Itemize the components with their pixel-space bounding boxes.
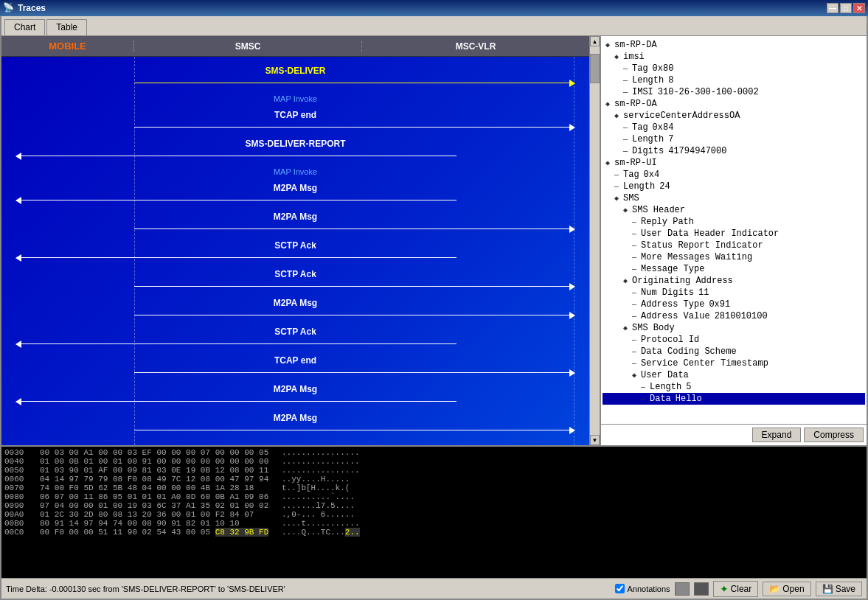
- tree-node-digits: — Digits 41794947000: [603, 145, 865, 157]
- scroll-up-btn[interactable]: ▲: [590, 36, 600, 46]
- expander-digits: —: [623, 147, 632, 156]
- expander-orig-addr[interactable]: ◆: [623, 276, 632, 285]
- arrow-left-m2pa-1: [16, 200, 456, 200]
- titlebar-title: Traces: [18, 3, 827, 13]
- label-user-data: User Data: [641, 370, 689, 380]
- value-length8: 8: [668, 75, 673, 86]
- chart-scroll-wrapper[interactable]: SMS-DELIVER MAP Invoke: [1, 57, 589, 445]
- msg-label-tcap-1: TCAP end: [274, 110, 316, 120]
- minimize-button[interactable]: —: [827, 3, 839, 13]
- right-panel: ◆ sm-RP-DA ◆ imsi — Tag 0x80: [601, 36, 867, 445]
- label-tag80: Tag: [632, 63, 648, 74]
- msg-row-sms-deliver-report: SMS-DELIVER-REPORT: [1, 136, 589, 164]
- color-swatch-1[interactable]: [675, 582, 690, 596]
- arrow-m2pa-1: [1, 194, 589, 206]
- chart-main: MOBILE SMSC MSC-VLR: [1, 36, 589, 445]
- tab-table[interactable]: Table: [46, 19, 87, 35]
- compress-button[interactable]: Compress: [804, 428, 864, 442]
- hex-bytes-00c0: 00 F0 00 00 51 11 90 02 54 43 00 05 C8 3…: [40, 528, 276, 537]
- expander-sm-rp-oa[interactable]: ◆: [605, 100, 614, 108]
- tree-node-ud-data[interactable]: — Data Hello: [603, 393, 865, 405]
- expander-user-data[interactable]: ◆: [632, 371, 641, 380]
- expander-sct: —: [632, 360, 641, 368]
- arrow-right-tcap-1: [134, 127, 574, 128]
- close-button[interactable]: ✕: [853, 3, 865, 13]
- clear-button[interactable]: ✦ Clear: [713, 581, 759, 597]
- expander-length7: —: [623, 136, 632, 144]
- annotations-check-input[interactable]: [615, 584, 625, 593]
- open-button[interactable]: 📂 Open: [763, 582, 810, 596]
- expander-scaddr[interactable]: ◆: [614, 111, 623, 120]
- expander-reply-path: —: [632, 218, 641, 226]
- label-mmw: More Messages Waiting: [641, 252, 752, 262]
- expander-ud-data: —: [641, 395, 650, 403]
- value-num-digits: 11: [698, 287, 709, 298]
- value-length24: 24: [659, 181, 670, 192]
- expander-length8: —: [623, 77, 632, 85]
- msg-label-m2pa-3: M2PA Msg: [274, 298, 317, 308]
- tree-node-sms: ◆ SMS: [603, 192, 865, 204]
- label-tag4: Tag: [623, 170, 639, 180]
- hex-ascii-0050: ................: [282, 466, 360, 475]
- label-udhi: User Data Header Indicator: [641, 229, 779, 239]
- expander-msg-type: —: [632, 265, 641, 273]
- annotations-checkbox[interactable]: Annotations: [615, 584, 670, 593]
- expander-imsi[interactable]: ◆: [614, 52, 623, 61]
- expander-sri: —: [632, 242, 641, 250]
- expander-sm-rp-ui[interactable]: ◆: [605, 158, 614, 167]
- hex-addr-0050: 0050: [4, 466, 34, 475]
- hex-ascii-00b0: ....t...........: [282, 519, 360, 528]
- logo: MOBILE: [49, 41, 86, 52]
- label-tag84: Tag: [632, 122, 648, 133]
- label-sct: Service Center Timestamp: [641, 358, 768, 369]
- hex-panel[interactable]: 0030 00 03 00 A1 00 00 03 EF 00 00 00 07…: [1, 445, 867, 578]
- msg-row-sctp-2: SCTP Ack: [1, 266, 589, 295]
- chart-header-row: MOBILE SMSC MSC-VLR: [1, 36, 589, 57]
- arrow-right-sctp-2: [134, 286, 574, 287]
- arrow-sctp-1: [1, 251, 589, 263]
- color-swatch-2[interactable]: [694, 582, 709, 596]
- tree-node-addr-value: — Address Value 2810010100: [603, 310, 865, 322]
- titlebar-buttons: — □ ✕: [827, 3, 865, 13]
- tree-node-sm-rp-oa: ◆ sm-RP-OA: [603, 98, 865, 110]
- msg-label-sctp-1: SCTP Ack: [274, 240, 316, 251]
- tree-scroll[interactable]: ◆ sm-RP-DA ◆ imsi — Tag 0x80: [601, 36, 867, 424]
- scroll-thumb[interactable]: [590, 54, 600, 83]
- hex-ascii-00a0: .,0-... 6......: [282, 510, 355, 519]
- expander-sms-body[interactable]: ◆: [623, 324, 632, 332]
- scroll-down-btn[interactable]: ▼: [590, 435, 600, 445]
- hex-row-00b0: 00B0 80 91 14 97 94 74 00 08 90 91 82 01…: [4, 519, 864, 528]
- msg-sublabel-map-1: MAP Invoke: [274, 94, 317, 103]
- hex-ascii-0060: ..yy....H.....: [282, 475, 350, 484]
- label-length24: Length: [623, 181, 655, 192]
- expander-udhi: —: [632, 230, 641, 238]
- header-logo-cell: MOBILE: [1, 41, 134, 52]
- tree-btn-row: Expand Compress: [601, 424, 867, 445]
- save-button[interactable]: 💾 Save: [816, 582, 862, 596]
- label-proto-id: Protocol Id: [641, 335, 699, 345]
- label-sm-rp-oa: sm-RP-OA: [614, 99, 657, 109]
- left-panel: MOBILE SMSC MSC-VLR: [1, 36, 601, 445]
- expander-sms-header[interactable]: ◆: [623, 206, 632, 214]
- chart-vscroll[interactable]: ▲ ▼: [589, 36, 600, 445]
- label-length8: Length: [632, 75, 664, 86]
- tree-node-sm-rp-da: ◆ sm-RP-DA: [603, 39, 865, 51]
- label-orig-addr: Originating Address: [632, 276, 733, 286]
- tab-chart[interactable]: Chart: [4, 19, 45, 35]
- value-tag4: 0x4: [644, 170, 660, 180]
- maximize-button[interactable]: □: [840, 3, 852, 13]
- tree-node-sct: — Service Center Timestamp: [603, 357, 865, 369]
- expand-button[interactable]: Expand: [752, 428, 802, 442]
- msg-row-m2pa-1: M2PA Msg: [1, 180, 589, 209]
- msg-row-tcap-end-1: TCAP end: [1, 107, 589, 136]
- expander-proto-id: —: [632, 336, 641, 344]
- expander-sm-rp-da[interactable]: ◆: [605, 41, 614, 49]
- hex-row-0070: 0070 74 00 F0 5D 62 5B 48 04 00 00 00 4B…: [4, 484, 864, 492]
- header-smsc-cell: SMSC: [134, 41, 362, 52]
- label-imsi-val: IMSI: [632, 87, 653, 97]
- tree-node-sm-rp-ui: ◆ sm-RP-UI: [603, 157, 865, 169]
- tree-node-imsi-val: — IMSI 310-26-300-100-0002: [603, 86, 865, 98]
- tree-node-sri: — Status Report Indicator: [603, 240, 865, 251]
- seq-messages: SMS-DELIVER MAP Invoke: [1, 57, 589, 444]
- expander-sms[interactable]: ◆: [614, 194, 623, 203]
